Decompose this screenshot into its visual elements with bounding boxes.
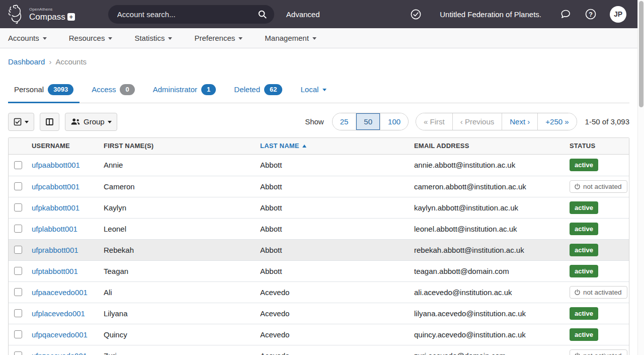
menu-resources-label: Resources [69,34,105,42]
user-avatar[interactable]: JP [610,6,626,23]
account-search [108,5,274,24]
row-select-checkbox[interactable] [14,267,22,275]
email-cell: cameron.abbott@institution.ac.uk [414,182,570,191]
table-row: ufptabbott001TeaganAbbottteagan.abbott@d… [9,260,629,281]
table-row: ufprabbott001RebekahAbbottrebekah.abbott… [9,239,629,260]
chevron-down-icon [108,37,112,40]
tab-personal[interactable]: Personal 3093 [8,80,79,103]
top-header: OpenAthens Compass + Advanced [0,0,637,28]
username-link[interactable]: ufplabbott001 [32,225,77,233]
row-select-checkbox[interactable] [14,246,22,254]
username-link[interactable]: ufpqacevedo001 [32,330,88,339]
tab-personal-count: 3093 [48,84,73,95]
status-badge-active: active [570,328,598,341]
search-icon[interactable] [254,6,271,23]
page-size-100-button[interactable]: 100 [380,113,408,130]
menu-preferences[interactable]: Preferences [194,34,243,42]
last-name-cell: Abbott [260,161,414,169]
chevron-down-icon [238,37,243,40]
column-header-email[interactable]: EMAIL ADDRESS [414,142,570,150]
last-name-cell: Acevedo [260,351,414,355]
columns-button[interactable] [40,113,59,131]
group-button[interactable]: Group [65,113,117,131]
row-select-checkbox[interactable] [14,225,22,233]
page-size-25-button[interactable]: 25 [333,113,356,130]
last-name-cell: Abbott [260,267,414,275]
table-row: ufpzacevedo001ZuriAcevedozuri.acevedo@do… [9,345,629,355]
username-link[interactable]: ufplacevedo001 [32,309,85,318]
chevron-down-icon [168,37,172,40]
advanced-search-link[interactable]: Advanced [286,10,320,19]
row-select-checkbox[interactable] [14,182,22,190]
group-button-label: Group [84,117,105,126]
first-page-button[interactable]: « First [416,113,452,130]
row-select-checkbox[interactable] [14,351,22,355]
column-header-first-name[interactable]: FIRST NAME(S) [104,142,260,150]
page-size-50-button[interactable]: 50 [356,113,380,130]
email-cell: annie.abbott@institution.ac.uk [414,161,570,169]
chat-icon[interactable] [559,8,572,20]
username-link[interactable]: ufpzacevedo001 [32,351,87,355]
brand-compass-label: Compass [29,13,65,21]
username-link[interactable]: ufpkabbott001 [32,203,79,212]
status-cell: active [570,328,629,341]
email-cell: zuri.acevedo@domain.com [414,351,570,355]
tab-administrator[interactable]: Administrator 1 [147,80,222,103]
tab-deleted[interactable]: Deleted 62 [228,80,288,103]
status-badge-active: active [570,244,598,256]
select-all-dropdown-button[interactable] [8,113,34,131]
menu-management[interactable]: Management [265,34,316,42]
openathens-owl-icon [7,4,26,25]
username-link[interactable]: ufptabbott001 [32,267,78,275]
help-icon[interactable]: ? [585,8,597,20]
username-link[interactable]: ufpaacevedo001 [32,288,88,297]
status-badge-active: active [570,265,598,277]
content: Dashboard › Accounts Personal 3093 Acces… [0,57,637,355]
menu-accounts[interactable]: Accounts [8,34,47,42]
menu-statistics[interactable]: Statistics [134,34,172,42]
scrollbar-thumb[interactable] [639,1,643,107]
menu-management-label: Management [265,34,309,42]
tab-access-count: 0 [120,84,134,95]
tab-administrator-label: Administrator [153,85,197,94]
menu-resources[interactable]: Resources [69,34,113,42]
last-name-cell: Acevedo [260,288,414,297]
column-header-status[interactable]: STATUS [570,142,629,150]
row-select-checkbox[interactable] [14,203,22,211]
email-cell: leonel.abbott@institution.ac.uk [414,225,570,233]
tab-local[interactable]: Local [294,80,333,103]
username-link[interactable]: ufpaabbott001 [32,161,80,169]
vertical-scrollbar[interactable] [637,0,644,355]
chevron-down-icon [25,121,29,123]
jump-250-button[interactable]: +250 » [537,113,576,130]
row-select-checkbox[interactable] [14,330,22,338]
next-page-button[interactable]: Next › [502,113,537,130]
table-row: ufpkabbott001KaylynAbbottkaylyn.abbott@i… [9,197,629,218]
status-badge-not-activated: not activated [570,349,627,355]
account-rows: ufpaabbott001AnnieAbbottannie.abbott@ins… [9,155,629,355]
accounts-table: USERNAME FIRST NAME(S) LAST NAME EMAIL A… [8,137,629,355]
tab-administrator-count: 1 [201,84,216,95]
column-header-last-name[interactable]: LAST NAME [260,142,414,150]
email-cell: rebekah.abbott@institution.ac.uk [414,246,570,254]
username-link[interactable]: ufprabbott001 [32,246,78,254]
chevron-down-icon [43,37,47,40]
row-select-checkbox[interactable] [14,161,22,169]
previous-page-button[interactable]: ‹ Previous [452,113,502,130]
first-name-cell: Cameron [104,182,260,191]
row-select-checkbox[interactable] [14,288,22,296]
breadcrumb-current: Accounts [55,57,87,66]
organization-name[interactable]: Untitled Federation of Planets. [440,10,541,19]
status-check-icon[interactable] [410,9,422,20]
column-header-username[interactable]: USERNAME [32,142,104,150]
account-search-input[interactable] [117,10,254,19]
row-select-checkbox[interactable] [14,309,22,317]
brand-logo[interactable]: OpenAthens Compass + [7,4,75,25]
tab-access[interactable]: Access 0 [86,80,141,103]
breadcrumb-dashboard-link[interactable]: Dashboard [8,57,45,66]
power-icon [574,289,581,296]
status-badge-not-activated: not activated [570,286,627,299]
username-link[interactable]: ufpcabbott001 [32,182,79,191]
status-cell: active [570,244,629,256]
power-icon [574,183,581,190]
